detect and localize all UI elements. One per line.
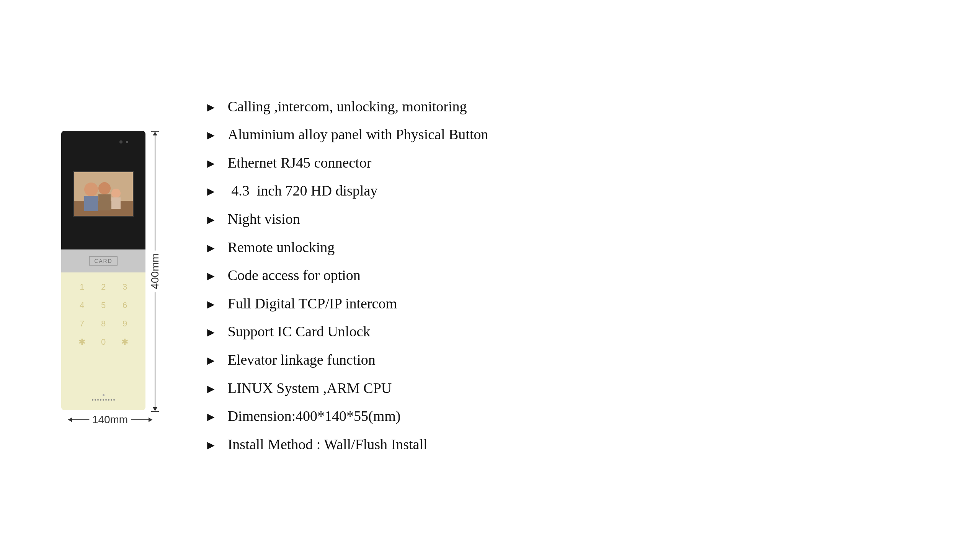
key-hash: ✱ — [118, 335, 132, 349]
bullet-8: ► — [205, 326, 217, 338]
feature-item-2: ► Ethernet RJ45 connector — [205, 149, 949, 177]
feature-item-0: ► Calling ,intercom, unlocking, monitori… — [205, 93, 949, 121]
feature-item-5: ► Remote unlocking — [205, 233, 949, 262]
key-6: 6 — [118, 298, 132, 312]
bullet-11: ► — [205, 411, 217, 423]
device-middle: CARD — [61, 249, 145, 272]
speaker-dot — [100, 399, 101, 401]
key-0: 0 — [96, 335, 110, 349]
speaker-dot — [105, 399, 107, 401]
bullet-9: ► — [205, 354, 217, 367]
feature-text-11: Dimension:400*140*55(mm) — [228, 408, 401, 425]
speaker-dot — [103, 399, 104, 401]
bullet-5: ► — [205, 242, 217, 254]
device-bottom-bar — [92, 394, 115, 401]
bullet-1: ► — [205, 129, 217, 141]
feature-text-10: LINUX System ,ARM CPU — [228, 380, 392, 397]
feature-text-6: Code access for option — [228, 267, 361, 284]
feature-text-8: Support IC Card Unlock — [228, 323, 371, 341]
features-section: ► Calling ,intercom, unlocking, monitori… — [205, 93, 949, 459]
screen-image — [74, 172, 133, 216]
feature-text-7: Full Digital TCP/IP intercom — [228, 295, 397, 313]
feature-item-11: ► Dimension:400*140*55(mm) — [205, 402, 949, 430]
feature-text-3: 4.3 inch 720 HD display — [228, 182, 378, 200]
bottom-indicator-dot — [103, 394, 105, 396]
device-bottom: 1 2 3 4 5 6 7 8 9 ✱ 0 ✱ — [61, 272, 145, 410]
key-8: 8 — [96, 317, 110, 331]
feature-item-4: ► Night vision — [205, 205, 949, 233]
height-label: 400mm — [148, 250, 162, 292]
speaker-dot — [111, 399, 112, 401]
speaker-dot — [92, 399, 93, 401]
feature-text-5: Remote unlocking — [228, 239, 335, 256]
key-1: 1 — [75, 280, 89, 294]
feature-item-3: ► 4.3 inch 720 HD display — [205, 177, 949, 205]
svg-rect-8 — [74, 172, 134, 217]
feature-text-0: Calling ,intercom, unlocking, monitoring — [228, 98, 467, 116]
bottom-tick — [151, 411, 159, 412]
device-section: CARD 1 2 3 4 5 6 7 8 9 ✱ 0 — [61, 131, 159, 420]
feature-text-12: Install Method : Wall/Flush Install — [228, 436, 428, 453]
device-with-dimensions: CARD 1 2 3 4 5 6 7 8 9 ✱ 0 — [61, 131, 159, 412]
screen-svg — [74, 172, 134, 217]
speaker-dot — [108, 399, 109, 401]
key-2: 2 — [96, 280, 110, 294]
height-dimension: 400mm — [151, 131, 159, 412]
main-container: CARD 1 2 3 4 5 6 7 8 9 ✱ 0 — [0, 0, 980, 551]
feature-text-4: Night vision — [228, 210, 300, 228]
speaker-dot — [97, 399, 99, 401]
width-line: 140mm — [68, 419, 152, 420]
card-reader-label: CARD — [89, 256, 118, 266]
bullet-3: ► — [205, 185, 217, 197]
feature-item-7: ► Full Digital TCP/IP intercom — [205, 290, 949, 318]
height-line: 400mm — [155, 132, 155, 411]
key-9: 9 — [118, 317, 132, 331]
width-label: 140mm — [89, 413, 131, 427]
keypad-grid: 1 2 3 4 5 6 7 8 9 ✱ 0 ✱ — [75, 280, 132, 349]
device-panel: CARD 1 2 3 4 5 6 7 8 9 ✱ 0 — [61, 131, 145, 412]
camera-dot2 — [126, 141, 128, 143]
bullet-0: ► — [205, 101, 217, 113]
feature-item-8: ► Support IC Card Unlock — [205, 318, 949, 346]
key-7: 7 — [75, 317, 89, 331]
feature-text-2: Ethernet RJ45 connector — [228, 154, 372, 172]
bullet-12: ► — [205, 439, 217, 451]
bullet-6: ► — [205, 270, 217, 282]
speaker-dot — [113, 399, 115, 401]
camera-dot — [119, 140, 122, 143]
bullet-2: ► — [205, 157, 217, 170]
key-5: 5 — [96, 298, 110, 312]
bullet-4: ► — [205, 214, 217, 226]
bullet-7: ► — [205, 298, 217, 310]
speaker-dot — [95, 399, 96, 401]
feature-item-12: ► Install Method : Wall/Flush Install — [205, 430, 949, 459]
feature-item-6: ► Code access for option — [205, 261, 949, 290]
device-screen — [73, 171, 134, 217]
feature-item-9: ► Elevator linkage function — [205, 346, 949, 374]
feature-text-1: Aluminium alloy panel with Physical Butt… — [228, 126, 488, 143]
width-dimension-container: 140mm — [68, 419, 152, 420]
feature-item-1: ► Aluminium alloy panel with Physical Bu… — [205, 121, 949, 149]
key-3: 3 — [118, 280, 132, 294]
key-star: ✱ — [75, 335, 89, 349]
bullet-10: ► — [205, 383, 217, 395]
feature-item-10: ► LINUX System ,ARM CPU — [205, 374, 949, 403]
key-4: 4 — [75, 298, 89, 312]
device-top — [61, 131, 145, 249]
feature-text-9: Elevator linkage function — [228, 351, 376, 369]
speaker-grille — [92, 399, 115, 401]
